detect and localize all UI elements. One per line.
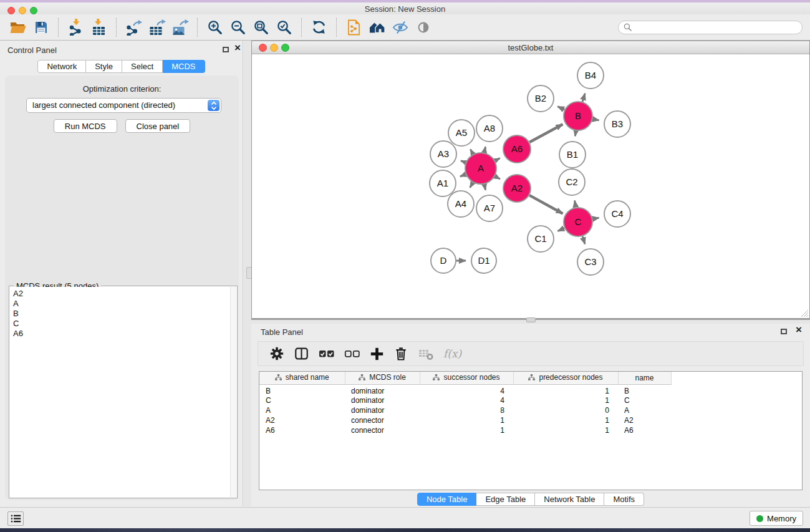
cell-shared-name[interactable]: C [259, 395, 345, 405]
table-row[interactable]: A6connector11A6 [259, 425, 802, 435]
delete-table-button[interactable] [418, 347, 434, 361]
cell-name[interactable]: A [618, 405, 671, 415]
close-mcds-panel-button[interactable]: Close panel [125, 119, 191, 133]
table-row[interactable]: A2connector11A2 [259, 415, 802, 425]
cell-predecessor-nodes[interactable]: 1 [513, 384, 618, 395]
close-table-panel-button[interactable]: × [796, 324, 802, 336]
table-row[interactable]: Cdominator41C [259, 395, 802, 405]
cell-successor-nodes[interactable]: 4 [420, 395, 513, 405]
function-builder-button[interactable]: f(x) [443, 347, 461, 360]
run-mcds-button[interactable]: Run MCDS [54, 119, 117, 133]
column-header-shared-name[interactable]: shared name [259, 372, 345, 384]
tab-style[interactable]: Style [86, 60, 122, 73]
cell-predecessor-nodes[interactable]: 1 [513, 425, 618, 435]
edge-B-B3[interactable] [593, 119, 599, 120]
edge-C-C4[interactable] [593, 218, 599, 219]
table-tab-node-table[interactable]: Node Table [417, 493, 477, 506]
export-network-button[interactable] [122, 17, 145, 37]
show-panels-button[interactable] [412, 17, 435, 37]
search-box[interactable] [618, 21, 803, 34]
refresh-layout-button[interactable] [307, 17, 330, 37]
table-tab-network-table[interactable]: Network Table [535, 493, 604, 506]
cell-name[interactable]: A6 [618, 425, 671, 435]
edge-A-A7[interactable] [485, 184, 486, 190]
import-table-button[interactable] [87, 17, 110, 37]
cell-mcds-role[interactable]: dominator [345, 405, 420, 415]
network-canvas[interactable]: B4B2BB3A8A5A6A3B1AC2A1A2A4A7C4CC1C3DD1 [252, 54, 809, 318]
add-column-button[interactable] [370, 347, 384, 361]
cell-predecessor-nodes[interactable]: 1 [513, 415, 618, 425]
select-all-columns-button[interactable] [319, 346, 335, 361]
cell-predecessor-nodes[interactable]: 0 [513, 405, 618, 415]
horizontal-split-handle[interactable] [526, 317, 536, 322]
edge-B-B1[interactable] [575, 131, 576, 137]
cell-name[interactable]: C [618, 395, 671, 405]
table-tab-edge-table[interactable]: Edge Table [476, 493, 535, 506]
cell-mcds-role[interactable]: connector [345, 415, 420, 425]
cell-name[interactable]: A2 [618, 415, 671, 425]
cell-shared-name[interactable]: A [259, 405, 345, 415]
edge-A-A3[interactable] [461, 161, 466, 163]
memory-button[interactable]: Memory [750, 511, 803, 526]
cell-mcds-role[interactable]: dominator [345, 384, 420, 395]
resize-grip-icon[interactable] [801, 310, 808, 317]
column-header-name[interactable]: name [618, 372, 671, 384]
cell-successor-nodes[interactable]: 1 [420, 425, 513, 435]
edge-A-A2[interactable] [495, 177, 500, 179]
edge-A6-B[interactable] [529, 124, 562, 142]
edge-B-B4[interactable] [582, 94, 585, 102]
save-session-button[interactable] [29, 17, 52, 37]
mcds-result-item[interactable]: A2 [13, 289, 230, 299]
cell-successor-nodes[interactable]: 1 [420, 415, 513, 425]
column-header-predecessor-nodes[interactable]: predecessor nodes [513, 372, 618, 384]
mcds-result-scrollbar[interactable] [230, 287, 236, 497]
table-row[interactable]: Adominator80A [259, 405, 802, 415]
cell-mcds-role[interactable]: connector [345, 425, 420, 435]
optimization-criterion-select[interactable]: largest connected component (directed) [26, 98, 221, 113]
table-tab-motifs[interactable]: Motifs [604, 493, 644, 506]
mcds-result-item[interactable]: B [13, 309, 230, 319]
cell-shared-name[interactable]: B [259, 384, 345, 395]
edge-C-C2[interactable] [575, 201, 576, 208]
edge-C-C3[interactable] [582, 236, 585, 244]
cell-successor-nodes[interactable]: 8 [420, 405, 513, 415]
cell-name[interactable]: B [618, 384, 671, 395]
mcds-result-item[interactable]: C [13, 319, 230, 329]
export-image-button[interactable] [168, 17, 191, 37]
tab-select[interactable]: Select [122, 60, 163, 73]
cell-predecessor-nodes[interactable]: 1 [513, 395, 618, 405]
edge-A2-C[interactable] [529, 195, 562, 213]
cell-shared-name[interactable]: A6 [259, 425, 345, 435]
hide-panels-button[interactable] [388, 17, 412, 37]
edge-A-A8[interactable] [485, 147, 486, 152]
first-neighbors-button[interactable] [365, 17, 388, 37]
cell-mcds-role[interactable]: dominator [345, 395, 420, 405]
edge-B-B2[interactable] [557, 107, 564, 110]
float-table-panel-button[interactable] [781, 329, 787, 334]
table-row[interactable]: Bdominator41B [259, 384, 802, 395]
delete-column-button[interactable] [393, 346, 408, 361]
cell-successor-nodes[interactable]: 4 [420, 384, 513, 395]
cell-shared-name[interactable]: A2 [259, 415, 345, 425]
column-layout-button[interactable] [294, 346, 309, 361]
network-document-button[interactable] [342, 17, 365, 37]
column-header-successor-nodes[interactable]: successor nodes [420, 372, 513, 384]
export-table-button[interactable] [145, 17, 168, 37]
open-session-button[interactable] [6, 17, 29, 37]
edge-A-A6[interactable] [495, 158, 500, 161]
mcds-result-item[interactable]: A6 [13, 329, 230, 339]
zoom-out-button[interactable] [226, 17, 249, 37]
edge-C-C1[interactable] [557, 228, 564, 231]
horizontal-split-divider[interactable] [251, 319, 810, 324]
deselect-all-columns-button[interactable] [344, 346, 360, 361]
edge-A-A1[interactable] [460, 175, 466, 177]
edge-A-A4[interactable] [470, 183, 473, 188]
zoom-fit-button[interactable] [249, 17, 272, 37]
task-history-button[interactable] [7, 511, 24, 526]
tab-mcds[interactable]: MCDS [163, 60, 205, 73]
network-window-titlebar[interactable]: testGlobe.txt [252, 41, 809, 54]
float-control-panel-button[interactable] [223, 47, 229, 52]
tab-network[interactable]: Network [37, 60, 86, 73]
zoom-in-button[interactable] [203, 17, 226, 37]
table-settings-button[interactable] [269, 346, 284, 361]
